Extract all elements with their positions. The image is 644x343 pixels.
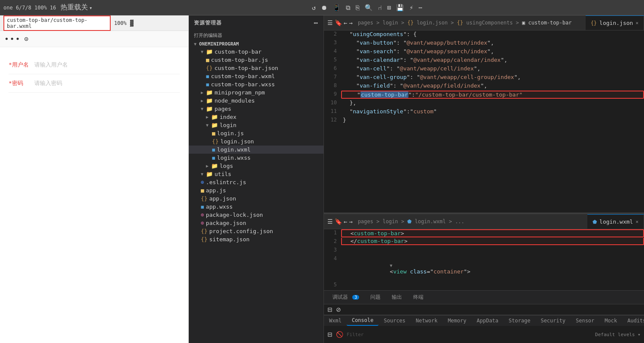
layers-icon[interactable]: ⧉ [346,4,351,12]
editor-back-icon[interactable]: ← [344,19,347,26]
tree-item-custom-top-bar-folder[interactable]: ▼ 📁 custom-top-bar [189,48,324,56]
tree-item-pages[interactable]: ▼ 📁 pages [189,105,324,113]
code-line-b1: 1 <custom-top-bar> [324,229,644,238]
devtools-clear-btn[interactable]: 🚫 [336,331,343,338]
tree-item-index[interactable]: ▶ 📁 index [189,113,324,121]
search-icon[interactable]: 🔍 [365,4,373,12]
split-vertical: ☰ 🔖 ← → pages > login > {} login.json > … [324,15,644,343]
editor2-bookmark-icon[interactable]: 🔖 [335,218,342,225]
devtools-tab-audits[interactable]: Audits [622,316,644,325]
editor-bookmark-icon[interactable]: 🔖 [335,19,342,26]
grid-icon[interactable]: ⊞ [387,4,391,12]
more-icon[interactable]: ⋯ [418,4,422,12]
devtools-tab-issues[interactable]: 问题 [365,292,386,303]
devtools-tab-network[interactable]: Network [411,316,443,325]
tree-item-utils[interactable]: ▼ 📁 utils [189,170,324,178]
root-folder[interactable]: ▼ ONEMINIPROGRAM [189,40,324,48]
plugin-icon[interactable]: ⚡ [409,4,413,12]
devtools-tab-security[interactable]: Security [535,316,571,325]
tree-item-custom-top-bar-wxml[interactable]: ◼ custom-top-bar.wxml [189,72,324,80]
tree-item-app-json[interactable]: {} app.json [189,194,324,203]
pkg-icon: ⊕ [201,220,204,226]
tree-item-app-wxss[interactable]: ◼ app.wxss [189,203,324,211]
refresh-icon[interactable]: ↺ [312,4,316,12]
devtools-tab-sensor[interactable]: Sensor [571,316,599,325]
devtools-tab-mock[interactable]: Mock [599,316,622,325]
branch-icon[interactable]: ⑁ [378,4,382,12]
username-form-group: *用户名 请输入用户名 [9,56,180,74]
code-line-b5: 5 ▼ <van-cell-group> [324,281,644,290]
devtools-filter-btn[interactable]: ⊟ [327,331,333,338]
code-editor-top[interactable]: 2 "usingComponents": { 3 "van-button": "… [324,30,644,212]
battery-icon: ▓ [130,20,133,27]
editor-menu-icon[interactable]: ☰ [327,19,333,26]
target-icon: ⊙ [24,35,29,43]
editor-bottom: ☰ 🔖 ← → pages > login > ⬟ login.wxml > .… [324,214,644,343]
tab-login-json[interactable]: {} login.json ✕ [586,15,644,30]
json-icon: {} [206,65,213,71]
tree-item-package-json[interactable]: ⊕ package.json [189,219,324,227]
tree-item-eslintrc[interactable]: ⊕ .eslintrc.js [189,178,324,186]
devtools-filter-icon[interactable]: ⊟ [327,306,333,313]
tree-item-logs[interactable]: ▶ 📁 logs [189,162,324,170]
wxml-icon-login: ◼ [212,146,215,153]
devtools-tab-debugger[interactable]: 调试器 3 [327,292,364,303]
simulator-panel: custom-top-bar/custom-top-bar.wxml 100% … [0,15,189,343]
phone-icon[interactable]: 📱 [333,4,341,12]
tab-close-wxml[interactable]: ✕ [635,219,638,225]
editor2-menu-icon[interactable]: ☰ [327,218,333,225]
devtools-tabs-top: 调试器 3 问题 输出 终端 [324,291,644,304]
tree-item-sitemap[interactable]: {} sitemap.json [189,235,324,243]
devtools-tab-terminal[interactable]: 终端 [408,292,429,303]
folder-icon-index: 📁 [211,114,218,120]
tree-item-login-wxml[interactable]: ◼ login.wxml [189,146,324,154]
code-line-b4: 4 ▼ <view class="container"> [324,255,644,281]
tree-item-login-json[interactable]: {} login.json [189,137,324,146]
breadcrumb-top-short: pages > login > {} login.json > {} using… [356,20,574,26]
username-label: *用户名 [9,61,34,69]
tree-item-node-modules[interactable]: ▶ 📁 node_modules [189,97,324,105]
tab-bar-left-icons: ☰ 🔖 ← → [324,19,356,26]
devtools-toolbar: ⊟ ⊘ [324,304,644,315]
copy-icon[interactable]: ⎘ [356,4,360,12]
tree-item-app-js[interactable]: ■ app.js [189,186,324,194]
tree-item-login-js[interactable]: ■ login.js [189,129,324,137]
devtools-tab-storage[interactable]: Storage [504,316,536,325]
file-tree-header: 资源管理器 ⋯ [189,15,324,30]
open-editors-section[interactable]: 打开的编辑器 [189,30,324,40]
tree-item-login[interactable]: ▼ 📁 login [189,121,324,129]
tree-item-custom-top-bar-wxss[interactable]: ◼ custom-top-bar.wxss [189,80,324,88]
tree-item-custom-top-bar-js[interactable]: ■ custom-top-bar.js [189,56,324,64]
collapse-arrow-4[interactable]: ▼ [390,263,393,268]
devtools-tab-appdata[interactable]: AppData [472,316,504,325]
devtools-tab-memory[interactable]: Memory [443,316,472,325]
devtools-tab-sources[interactable]: Sources [378,316,411,325]
devtools-tabs-bottom: Wxml Console Sources Network Memory AppD… [324,315,644,326]
tree-item-login-wxss[interactable]: ◼ login.wxss [189,154,324,162]
tree-item-miniprogram-npm[interactable]: ▶ 📁 miniprogram_npm [189,88,324,97]
devtools-tab-output[interactable]: 输出 [387,292,407,303]
editor2-back-icon[interactable]: ← [344,218,347,225]
code-line-9: 9 "custom-top-bar":"/custom-top-bar/cust… [324,91,644,99]
save-icon[interactable]: 💾 [396,4,404,12]
devtools-stop-icon[interactable]: ⊘ [336,306,341,313]
folder-icon-npm: 📁 [206,89,213,96]
editor-top: ☰ 🔖 ← → pages > login > {} login.json > … [324,15,644,212]
editor2-forward-icon[interactable]: → [349,218,352,225]
record-icon[interactable]: ⏺ [321,4,327,12]
tree-item-package-lock[interactable]: ⊕ package-lock.json [189,211,324,219]
devtools-tab-console[interactable]: Console [347,316,379,326]
tree-item-project-config[interactable]: {} project.config.json [189,227,324,235]
json-icon-login: {} [212,138,219,145]
tree-item-custom-top-bar-json[interactable]: {} custom-top-bar.json [189,64,324,72]
code-editor-bottom[interactable]: 1 <custom-top-bar> 2 </custom-top-bar> 3 [324,229,644,290]
file-tree-menu-icon[interactable]: ⋯ [314,19,318,27]
code-line-4: 4 "van-search": "@vant/weapp/search/inde… [324,48,644,56]
tab-close-json[interactable]: ✕ [635,20,638,26]
editor-forward-icon[interactable]: → [349,19,352,26]
hotkey-menu-button[interactable]: 热重载关 ▾ [59,2,94,13]
sim-content: *用户名 请输入用户名 *密码 请输入密码 [0,47,188,343]
devtools-tab-wxml[interactable]: Wxml [324,316,347,325]
tab-login-wxml[interactable]: ⬟ login.wxml ✕ [587,214,644,229]
devtools-bottom-toolbar: ⊟ 🚫 Filter Default levels ▾ [324,326,644,343]
